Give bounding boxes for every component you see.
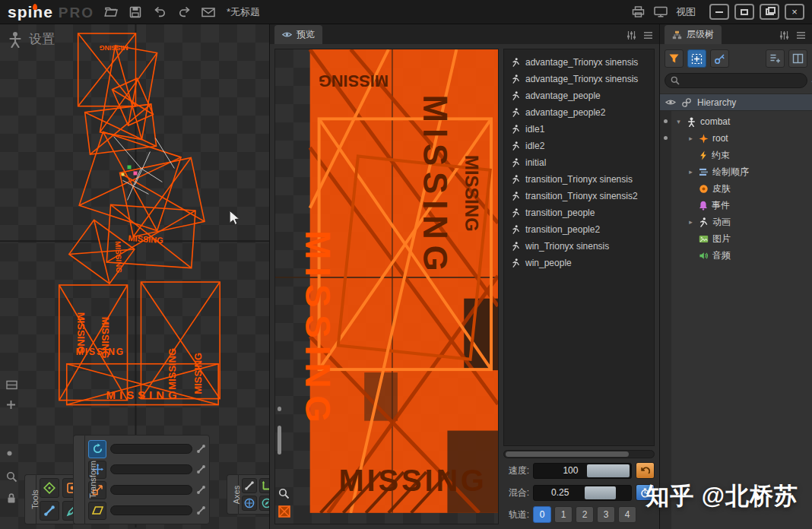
dot-handle-icon[interactable] bbox=[6, 450, 13, 457]
tree-row-combat[interactable]: ▾combat bbox=[671, 113, 812, 130]
bone-link-icon[interactable] bbox=[196, 464, 206, 474]
track-button-2[interactable]: 2 bbox=[576, 506, 594, 523]
add-icon[interactable] bbox=[6, 400, 16, 410]
preview-zoom-icon[interactable] bbox=[278, 488, 290, 499]
animation-list-item[interactable]: win_people bbox=[504, 255, 654, 271]
preview-canvas[interactable]: MISSING MISSING MISSING MISSING MISSING bbox=[274, 49, 499, 524]
tree-row-皮肤[interactable]: 皮肤 bbox=[671, 180, 812, 197]
bone-link-icon[interactable] bbox=[196, 505, 206, 515]
track-button-0[interactable]: 0 bbox=[533, 506, 551, 523]
animation-list-item[interactable]: advantage_Trionyx sinensis bbox=[504, 54, 654, 71]
bone-tool-button[interactable] bbox=[40, 501, 59, 521]
save-icon[interactable] bbox=[128, 5, 143, 20]
mix-slider-handle[interactable] bbox=[585, 486, 616, 499]
lock-icon[interactable] bbox=[6, 493, 17, 504]
tree-row-事件[interactable]: 事件 bbox=[671, 197, 812, 214]
texture-swatch-icon[interactable] bbox=[278, 505, 290, 518]
animation-list-item[interactable]: idle2 bbox=[504, 138, 654, 154]
shear-button[interactable] bbox=[88, 502, 106, 520]
tree-row-root[interactable]: ▸root bbox=[671, 130, 812, 147]
printer-icon[interactable] bbox=[630, 5, 645, 20]
tab-hierarchy[interactable]: 层级树 bbox=[665, 25, 722, 44]
transform-slider[interactable] bbox=[110, 485, 192, 495]
zoom-icon[interactable] bbox=[6, 471, 17, 483]
animation-list-item[interactable]: initial bbox=[504, 154, 654, 171]
panel-menu-icon[interactable] bbox=[796, 31, 806, 40]
track-button-4[interactable]: 4 bbox=[618, 506, 636, 523]
minimize-button[interactable] bbox=[709, 4, 729, 20]
edit-canvas[interactable]: 设置 MISSING MISSING MISSINGMISSING MISSIN… bbox=[0, 24, 270, 529]
transform-slider[interactable] bbox=[110, 505, 192, 515]
bone-axes-button[interactable] bbox=[242, 478, 257, 493]
view-menu[interactable]: 视图 bbox=[676, 5, 696, 19]
close-button[interactable]: × bbox=[785, 4, 804, 20]
speed-slider[interactable]: 100 bbox=[533, 463, 632, 479]
reference-board-icon[interactable] bbox=[6, 380, 17, 390]
animation-list-item[interactable]: advantage_people2 bbox=[504, 104, 654, 121]
local-axes-button[interactable] bbox=[259, 478, 270, 493]
preview-scroll-dot[interactable] bbox=[278, 407, 281, 411]
animation-list-item[interactable]: transition_Trionyx sinensis bbox=[504, 171, 654, 188]
select-box-button[interactable] bbox=[687, 49, 706, 68]
export-icon[interactable] bbox=[201, 5, 216, 20]
filter-settings-icon[interactable] bbox=[626, 30, 636, 40]
tree-row-图片[interactable]: 图片 bbox=[671, 230, 812, 247]
select-tool-button[interactable] bbox=[40, 478, 59, 498]
animation-list-item[interactable]: win_Trionyx sinensis bbox=[504, 238, 654, 255]
transform-slider[interactable] bbox=[110, 464, 192, 474]
bone-link-icon[interactable] bbox=[196, 444, 206, 454]
expander-icon[interactable]: ▾ bbox=[674, 118, 683, 125]
filter-button[interactable] bbox=[665, 49, 684, 68]
visibility-eye-icon[interactable] bbox=[665, 98, 676, 106]
open-folder-icon[interactable] bbox=[103, 5, 119, 20]
bone-link-icon[interactable] bbox=[196, 485, 206, 495]
transform-slider[interactable] bbox=[110, 444, 192, 454]
mix-slider[interactable]: 0.25 bbox=[533, 485, 632, 501]
axes-tab[interactable]: Axes bbox=[227, 474, 238, 515]
panel-menu-icon[interactable] bbox=[643, 31, 653, 40]
tree-row-绘制顺序[interactable]: ▸绘制顺序 bbox=[671, 163, 812, 180]
expander-icon[interactable]: ▸ bbox=[687, 218, 695, 226]
settings-chip[interactable]: 设置 bbox=[8, 30, 55, 48]
tree-row-音频[interactable]: 音频 bbox=[671, 247, 812, 264]
preview-panel: 预览 bbox=[270, 24, 660, 529]
tools-tab[interactable]: Tools bbox=[24, 474, 36, 524]
restore-button[interactable] bbox=[760, 4, 779, 20]
spine-app: spine PRO *无标题 视图 × bbox=[0, 0, 812, 529]
track-button-1[interactable]: 1 bbox=[554, 506, 573, 523]
animation-list-item[interactable]: transition_people2 bbox=[504, 221, 654, 238]
link-icon[interactable] bbox=[681, 97, 692, 108]
view-monitor-icon[interactable] bbox=[653, 5, 668, 20]
speed-slider-handle[interactable] bbox=[587, 464, 630, 477]
expander-icon[interactable]: ▸ bbox=[687, 135, 695, 142]
animation-list-scrollbar[interactable] bbox=[503, 450, 655, 458]
tree-row-动画[interactable]: ▸动画 bbox=[671, 214, 812, 230]
split-view-button[interactable] bbox=[788, 49, 807, 68]
expander-icon[interactable]: ▸ bbox=[687, 168, 695, 176]
world-axes-button[interactable] bbox=[242, 496, 257, 511]
search-input[interactable] bbox=[684, 75, 801, 86]
transform-tab[interactable]: Transform bbox=[73, 435, 84, 524]
track-button-3[interactable]: 3 bbox=[597, 506, 615, 523]
undo-icon[interactable] bbox=[152, 5, 167, 20]
scrollbar-handle[interactable] bbox=[506, 451, 629, 457]
animation-list-item[interactable]: transition_Trionyx sinensis2 bbox=[504, 188, 654, 204]
animation-list-item[interactable]: advantage_Trionyx sinensis bbox=[504, 71, 654, 87]
compass-button[interactable] bbox=[259, 496, 270, 511]
tree-row-约束[interactable]: 约束 bbox=[671, 147, 812, 163]
filter-settings-icon[interactable] bbox=[779, 30, 789, 40]
search-box[interactable] bbox=[665, 73, 807, 88]
animation-list-item[interactable]: idle1 bbox=[504, 121, 654, 138]
rotate-button[interactable] bbox=[88, 440, 106, 458]
visibility-dot[interactable] bbox=[664, 136, 668, 140]
preview-scrollbar[interactable] bbox=[278, 426, 281, 455]
key-button[interactable] bbox=[710, 49, 729, 68]
animation-list-item[interactable]: advantage_people bbox=[504, 87, 654, 104]
redo-icon[interactable] bbox=[176, 5, 192, 20]
visibility-dot[interactable] bbox=[664, 119, 668, 123]
new-view-button[interactable] bbox=[766, 49, 785, 68]
tab-preview[interactable]: 预览 bbox=[274, 25, 322, 44]
maximize-button[interactable] bbox=[734, 4, 754, 20]
speed-reset-button[interactable] bbox=[636, 462, 655, 479]
animation-list-item[interactable]: transition_people bbox=[504, 204, 654, 221]
